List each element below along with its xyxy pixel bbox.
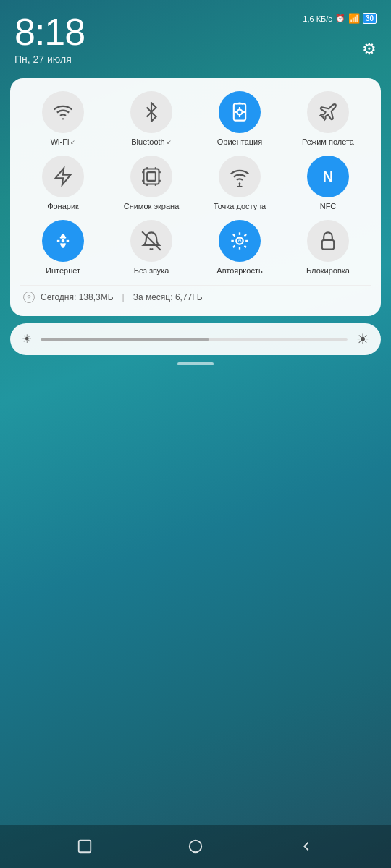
data-month: За месяц: 6,77ГБ (133, 292, 203, 302)
clock: 8:18 (14, 13, 85, 51)
svg-line-34 (245, 246, 246, 247)
quick-item-internet: Интернет (20, 220, 106, 276)
brightness-min-icon: ☀ (22, 332, 32, 346)
signal-icon: 📶 (348, 13, 360, 24)
quick-item-flashlight: Фонарик (20, 156, 106, 211)
navigation-bar (0, 825, 391, 868)
svg-rect-8 (144, 169, 159, 184)
quick-settings-grid: Wi-Fi ↙ Bluetooth ↙ (20, 91, 371, 276)
airplane-button[interactable] (307, 91, 349, 133)
quick-item-nfc: N NFC (285, 156, 371, 211)
quick-item-screenshot: Снимок экрана (109, 156, 194, 211)
drag-handle (177, 362, 214, 365)
bluetooth-label: Bluetooth ↙ (131, 137, 171, 147)
hotspot-label: Точка доступа (214, 202, 266, 211)
recent-apps-button[interactable] (75, 836, 95, 856)
flashlight-button[interactable] (42, 156, 84, 197)
svg-marker-7 (56, 169, 71, 185)
status-bar: 8:18 Пн, 27 июля 1,6 КБ/с ⏰ 📶 30 ⚙ (0, 0, 391, 72)
flashlight-label: Фонарик (47, 202, 79, 211)
data-today: Сегодня: 138,3МБ (41, 292, 114, 302)
orientation-button[interactable] (219, 91, 261, 133)
quick-item-silent: Без звука (109, 220, 194, 276)
quick-item-hotspot: Точка доступа (197, 156, 282, 211)
svg-rect-40 (322, 240, 334, 250)
autobrightness-label: Автояркость (216, 266, 262, 276)
hotspot-button[interactable] (219, 156, 261, 197)
svg-line-29 (142, 232, 161, 251)
battery-indicator: 30 (363, 13, 377, 24)
svg-rect-41 (78, 841, 91, 853)
brightness-max-icon: ☀ (356, 331, 369, 348)
quick-item-airplane: Режим полета (285, 91, 371, 147)
quick-item-orientation: Ориентация (197, 91, 282, 147)
brightness-slider-row[interactable]: ☀ ☀ (10, 323, 381, 355)
nfc-icon: N (323, 169, 333, 185)
network-speed: 1,6 КБ/с (303, 14, 332, 23)
svg-point-2 (237, 110, 243, 115)
screenshot-button[interactable] (130, 156, 172, 197)
home-button[interactable] (185, 836, 206, 856)
wifi-label: Wi-Fi ↙ (51, 137, 76, 147)
quick-settings-panel: Wi-Fi ↙ Bluetooth ↙ (10, 78, 381, 316)
settings-icon[interactable]: ⚙ (362, 40, 377, 59)
svg-line-37 (233, 246, 235, 247)
svg-line-38 (245, 234, 246, 236)
quick-item-bluetooth: Bluetooth ↙ (109, 91, 194, 147)
autobrightness-button[interactable]: A (219, 220, 261, 262)
svg-point-0 (62, 118, 64, 119)
nfc-label: NFC (320, 202, 337, 211)
quick-item-lock: Блокировка (285, 220, 371, 276)
brightness-track[interactable] (41, 338, 348, 341)
brightness-fill (41, 338, 209, 341)
svg-point-42 (190, 841, 202, 853)
quick-item-autobrightness: A Автояркость (197, 220, 282, 276)
alarm-icon: ⏰ (335, 14, 345, 23)
data-usage-row: ? Сегодня: 138,3МБ | За месяц: 6,77ГБ (20, 285, 371, 306)
back-button[interactable] (296, 836, 316, 856)
status-right: 1,6 КБ/с ⏰ 📶 30 ⚙ (303, 13, 377, 59)
lock-label: Блокировка (306, 266, 350, 276)
silent-label: Без звука (134, 266, 169, 276)
svg-rect-9 (147, 172, 156, 181)
status-info: 1,6 КБ/с ⏰ 📶 30 (303, 13, 377, 24)
status-left: 8:18 Пн, 27 июля (14, 13, 85, 65)
wifi-button[interactable] (42, 91, 84, 133)
lock-button[interactable] (307, 220, 349, 262)
nfc-button[interactable]: N (307, 156, 349, 197)
quick-item-wifi: Wi-Fi ↙ (20, 91, 106, 147)
data-usage-icon: ? (23, 292, 35, 303)
bluetooth-button[interactable] (130, 91, 172, 133)
silent-button[interactable] (130, 220, 172, 262)
orientation-label: Ориентация (217, 137, 262, 147)
airplane-label: Режим полета (302, 137, 354, 147)
svg-line-33 (233, 234, 235, 236)
screenshot-label: Снимок экрана (124, 202, 180, 211)
svg-text:A: A (238, 238, 242, 243)
date: Пн, 27 июля (14, 54, 85, 65)
internet-label: Интернет (46, 266, 80, 276)
internet-button[interactable] (42, 220, 84, 262)
data-divider: | (122, 292, 125, 302)
